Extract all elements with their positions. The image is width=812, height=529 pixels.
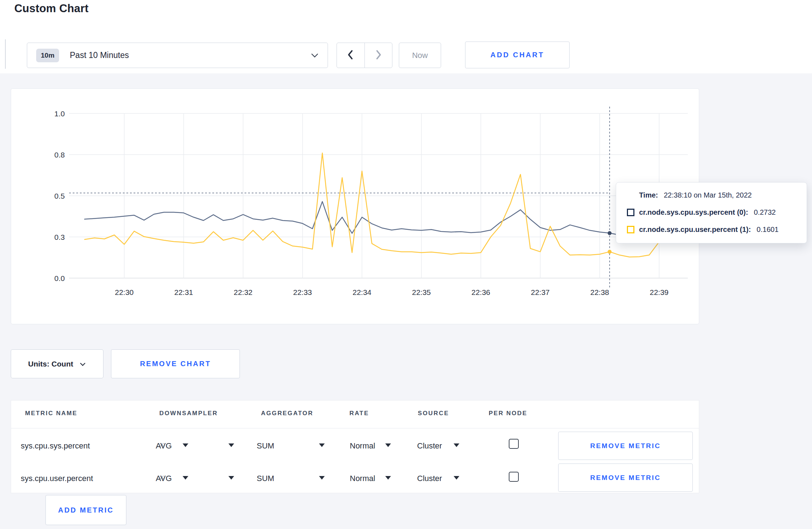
chevron-left-icon (347, 49, 354, 62)
tooltip-time-label: Time: (639, 191, 658, 199)
series-user-legend-icon (627, 226, 634, 233)
per-node-checkbox[interactable] (509, 472, 519, 482)
rate-select[interactable]: Normal (350, 474, 375, 483)
downsampler-select[interactable]: AVG (156, 441, 172, 451)
x-axis-tick-label: 22:38 (590, 288, 609, 296)
aggregator-select[interactable]: SUM (257, 441, 274, 451)
metric-name-select[interactable]: sys.cpu.sys.percent (21, 441, 90, 451)
header-rate: RATE (349, 410, 369, 417)
remove-metric-button[interactable]: REMOVE METRIC (558, 432, 693, 460)
metrics-table: METRIC NAME DOWNSAMPLER AGGREGATOR RATE … (11, 400, 699, 493)
aggregator-caret-icon[interactable] (319, 443, 325, 447)
y-axis-tick-label: 0.8 (54, 151, 65, 159)
x-axis-tick-label: 22:31 (174, 288, 193, 296)
time-range-badge: 10m (36, 49, 59, 62)
remove-chart-button[interactable]: REMOVE CHART (111, 349, 240, 378)
series-line-cr.node.sys.cpu.sys.percent (84, 202, 679, 236)
rate-select[interactable]: Normal (350, 441, 375, 451)
x-axis-tick-label: 22:35 (412, 288, 431, 296)
x-axis-tick-label: 22:32 (234, 288, 253, 296)
downsampler-caret-icon[interactable] (228, 443, 234, 447)
x-axis-tick-label: 22:36 (472, 288, 490, 296)
chart-tooltip: Time: 22:38:10 on Mar 15th, 2022 cr.node… (616, 182, 807, 243)
tooltip-time-row: Time: 22:38:10 on Mar 15th, 2022 (627, 191, 797, 199)
custom-chart-page: Custom Chart 10m Past 10 Minutes Now ADD… (0, 0, 812, 529)
add-chart-button[interactable]: ADD CHART (465, 42, 570, 68)
metric-select-caret-icon[interactable] (183, 443, 188, 447)
rate-caret-icon[interactable] (385, 443, 391, 447)
chart-card: 0.00.30.50.81.022:3022:3122:3222:3322:34… (11, 88, 699, 324)
tooltip-series-row: cr.node.sys.cpu.sys.percent (0): 0.2732 (627, 208, 797, 217)
x-axis-tick-label: 22:30 (115, 288, 134, 296)
downsampler-caret-icon[interactable] (228, 476, 234, 480)
source-select[interactable]: Cluster (417, 474, 442, 483)
next-range-button[interactable] (364, 43, 392, 68)
series-sys-legend-icon (627, 209, 634, 216)
time-range-nav (337, 43, 392, 68)
toolbar-divider (5, 39, 6, 69)
header-metric-name: METRIC NAME (25, 410, 77, 417)
page-title: Custom Chart (14, 2, 88, 15)
x-axis-tick-label: 22:37 (531, 288, 550, 296)
tooltip-series-row: cr.node.sys.cpu.user.percent (1): 0.1601 (627, 225, 797, 234)
time-range-select[interactable]: 10m Past 10 Minutes (27, 43, 328, 68)
source-caret-icon[interactable] (454, 443, 459, 447)
header-source: SOURCE (418, 410, 449, 417)
tooltip-series-name: cr.node.sys.cpu.sys.percent (0): (639, 208, 748, 217)
source-caret-icon[interactable] (454, 476, 459, 480)
y-axis-tick-label: 1.0 (54, 110, 65, 118)
downsampler-select[interactable]: AVG (156, 474, 172, 483)
chevron-right-icon (374, 49, 382, 62)
units-label: Units: Count (28, 360, 73, 368)
prev-range-button[interactable] (337, 43, 364, 68)
per-node-checkbox[interactable] (509, 439, 519, 449)
chevron-down-icon (79, 360, 86, 368)
x-axis-tick-label: 22:34 (353, 288, 372, 296)
header-divider (11, 428, 699, 428)
y-axis-tick-label: 0.3 (54, 233, 65, 241)
now-button[interactable]: Now (399, 43, 441, 68)
time-range-label: Past 10 Minutes (70, 50, 129, 60)
rate-caret-icon[interactable] (385, 476, 391, 480)
y-axis-tick-label: 0.5 (54, 192, 65, 200)
tooltip-series-name: cr.node.sys.cpu.user.percent (1): (639, 225, 751, 234)
y-axis-tick-label: 0.0 (54, 274, 65, 282)
aggregator-select[interactable]: SUM (257, 474, 274, 483)
tooltip-series-value: 0.2732 (754, 208, 776, 217)
series-line-cr.node.sys.cpu.user.percent (84, 153, 679, 257)
header-aggregator: AGGREGATOR (261, 410, 313, 417)
timeseries-chart[interactable]: 0.00.30.50.81.022:3022:3122:3222:3322:34… (11, 89, 698, 323)
source-select[interactable]: Cluster (417, 441, 442, 451)
hover-dot-cr.node.sys.cpu.user.percent (608, 250, 612, 254)
tooltip-series-value: 0.1601 (757, 225, 778, 234)
aggregator-caret-icon[interactable] (319, 476, 325, 480)
tooltip-time-value: 22:38:10 on Mar 15th, 2022 (664, 191, 752, 199)
units-select[interactable]: Units: Count (11, 349, 103, 378)
header-downsampler: DOWNSAMPLER (159, 410, 218, 417)
header-per-node: PER NODE (489, 410, 527, 417)
x-axis-tick-label: 22:39 (650, 288, 669, 296)
chevron-down-icon (310, 53, 319, 58)
remove-metric-button[interactable]: REMOVE METRIC (558, 464, 693, 492)
metric-name-select[interactable]: sys.cpu.user.percent (21, 474, 93, 483)
hover-dot-cr.node.sys.cpu.sys.percent (608, 231, 612, 235)
x-axis-tick-label: 22:33 (293, 288, 312, 296)
add-metric-button[interactable]: ADD METRIC (45, 495, 126, 525)
metric-select-caret-icon[interactable] (183, 476, 188, 480)
